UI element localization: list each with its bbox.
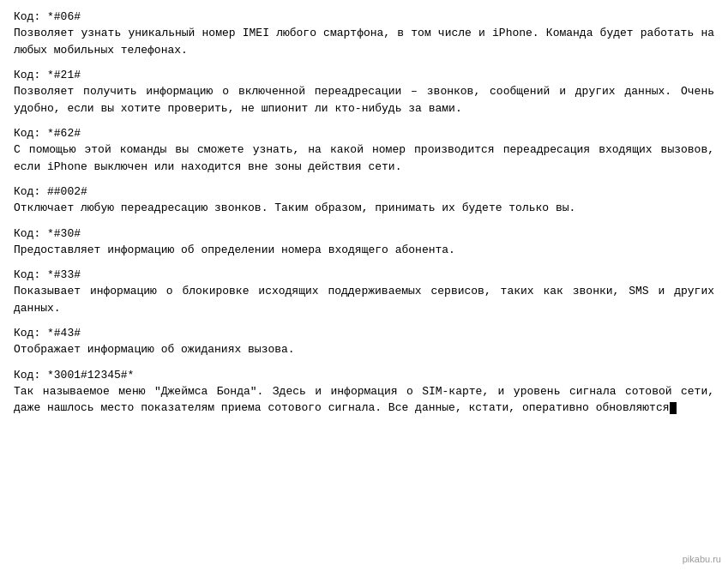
content-block: Код: *#62#С помощью этой команды вы смож… [14, 127, 714, 175]
code-label: Код: *3001#12345#* [14, 369, 714, 382]
watermark: pikabu.ru [683, 554, 721, 564]
code-label: Код: *#21# [14, 69, 714, 81]
code-description: Позволяет получить информацию о включенн… [14, 83, 714, 117]
code-description: Предоставляет информацию об определении … [14, 242, 714, 259]
content-block: Код: ##002#Отключает любую переадресацию… [14, 185, 714, 217]
code-label: Код: *#43# [14, 327, 714, 340]
content-block: Код: *3001#12345#*Так называемое меню "Д… [14, 369, 714, 417]
content-block: Код: *#30#Предоставляет информацию об оп… [14, 227, 714, 259]
content-block: Код: *#06#Позволяет узнать уникальный но… [14, 10, 714, 58]
code-description: С помощью этой команды вы сможете узнать… [14, 141, 714, 175]
main-content: Код: *#06#Позволяет узнать уникальный но… [14, 10, 714, 417]
code-description: Отображает информацию об ожиданиях вызов… [14, 341, 714, 358]
content-block: Код: *#43#Отображает информацию об ожида… [14, 327, 714, 358]
code-label: Код: *#06# [14, 10, 714, 23]
code-description: Так называемое меню "Джеймса Бонда". Зде… [14, 383, 714, 417]
code-label: Код: *#33# [14, 268, 714, 281]
code-description: Отключает любую переадресацию звонков. Т… [14, 200, 714, 217]
content-block: Код: *#33#Показывает информацию о блокир… [14, 268, 714, 316]
code-label: Код: *#62# [14, 127, 714, 140]
code-description: Показывает информацию о блокировке исход… [14, 283, 714, 316]
code-description: Позволяет узнать уникальный номер IMEI л… [14, 25, 714, 58]
text-cursor [670, 402, 677, 414]
content-block: Код: *#21#Позволяет получить информацию … [14, 69, 714, 117]
code-label: Код: *#30# [14, 227, 714, 240]
code-label: Код: ##002# [14, 185, 714, 198]
